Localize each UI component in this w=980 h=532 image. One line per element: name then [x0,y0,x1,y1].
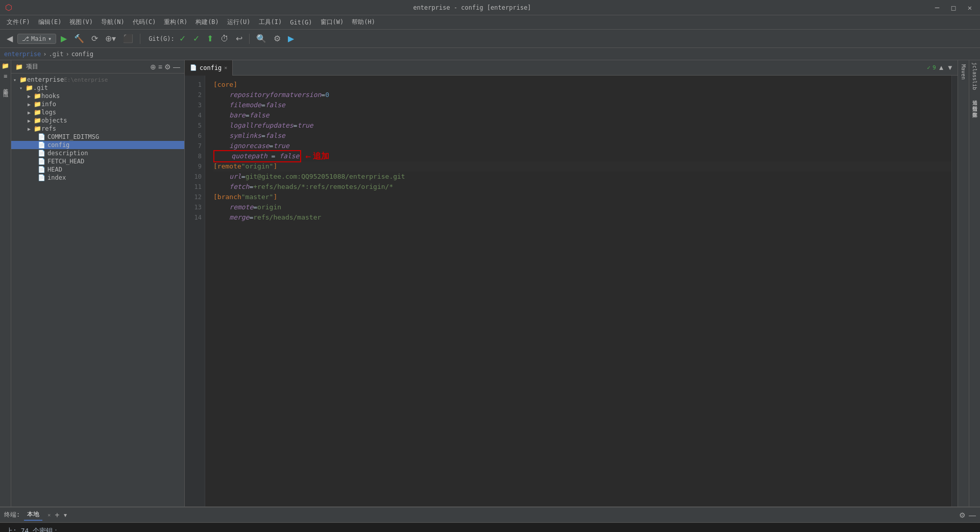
file-panel: 📁 项目 ⊕ ≡ ⚙ — ▾ 📁 enterprise E:\enterpris… [11,60,185,506]
stop-button[interactable]: ⬛ [120,32,136,45]
code-line-13: remote = origin [213,202,951,212]
database-label[interactable]: 数据库 [970,106,979,110]
file-panel-header: 📁 项目 ⊕ ≡ ⚙ — [11,60,184,74]
tab-close-local[interactable]: ✕ [47,512,51,518]
git-history-button[interactable]: ⏱ [218,33,231,45]
config-icon: 📄 [38,141,45,149]
code-line-9: [remote "origin"] [213,161,951,172]
build-button[interactable]: 🔨 [71,32,87,45]
breadcrumb-sep2: › [65,51,69,58]
terminal-settings-button[interactable]: ⚙ [959,511,966,519]
menu-git[interactable]: Git(G) [286,18,316,27]
editor-minimap [951,76,958,506]
breadcrumb-enterprise[interactable]: enterprise [4,51,41,58]
toolbar-separator2 [249,34,250,44]
tree-item-root[interactable]: ▾ 📁 enterprise E:\enterprise [11,76,184,84]
menu-window[interactable]: 窗口(W) [316,17,348,28]
menu-refactor[interactable]: 重构(R) [160,17,191,28]
terminal-dropdown-button[interactable]: ▾ [64,512,67,519]
branch-selector[interactable]: ⎇ Main ▾ [17,34,56,44]
terminal-tab-local[interactable]: 本地 [24,509,42,521]
tree-item-description[interactable]: ▶ 📄 description [11,149,184,157]
tree-item-refs[interactable]: ▶ 📁 refs [11,125,184,133]
close-button[interactable]: ✕ [965,4,975,12]
tree-item-objects[interactable]: ▶ 📁 objects [11,116,184,125]
menu-build[interactable]: 构建(B) [191,17,223,28]
menu-file[interactable]: 文件(F) [3,17,34,28]
tree-item-commit-editmsg[interactable]: ▶ 📄 COMMIT_EDITMSG [11,133,184,141]
sync-button[interactable]: ⟳ [89,32,101,45]
tree-item-fetch-head[interactable]: ▶ 📄 FETCH_HEAD [11,157,184,165]
run-guide-label[interactable]: 运行指引 [970,100,979,104]
tree-item-index[interactable]: ▶ 📄 index [11,174,184,182]
structure-icon[interactable]: ≡ [4,72,7,80]
terminal-content: 上: 74 个密钥： PS E:\enterprise> git status … [0,523,980,532]
back-button[interactable]: ◀ [4,32,15,45]
tree-item-logs[interactable]: ▶ 📁 logs [11,108,184,116]
fetch-head-icon: 📄 [38,158,45,165]
settings-button[interactable]: ⚙ [271,32,283,45]
collapse-all-button[interactable]: ≡ [158,63,162,71]
tab-config[interactable]: 📄 config ✕ [185,60,233,76]
toolbar: ◀ ⎇ Main ▾ ▶ 🔨 ⟳ ⊕▾ ⬛ Git(G): ✓ ✓ ⬆ ⏱ ↩ … [0,30,980,48]
menu-code[interactable]: 代码(C) [129,17,160,28]
branch-icon: ⎇ [22,35,29,42]
check-count: 9 [933,64,936,71]
code-content[interactable]: [core] repositoryformatversion = 0 filem… [205,76,951,506]
git-revert-button[interactable]: ↩ [233,32,245,45]
menu-help[interactable]: 帮助(H) [348,17,379,28]
objects-folder-icon: 📁 [34,117,41,124]
tab-config-label: config [200,64,222,71]
hooks-label: hooks [41,92,60,100]
code-line-14: merge = refs/heads/master [213,212,951,223]
panel-settings-button[interactable]: ⚙ [164,63,171,71]
minimize-button[interactable]: ─ [932,4,942,12]
git-tick-button[interactable]: ✓ [190,32,202,45]
menu-tools[interactable]: 工具(I) [255,17,286,28]
menu-view[interactable]: 视图(V) [65,17,97,28]
run-button[interactable]: ▶ [58,32,69,45]
terminal-label: 终端: [4,511,20,519]
tree-item-hooks[interactable]: ▶ 📁 hooks [11,92,184,100]
menu-nav[interactable]: 导航(N) [97,17,129,28]
breadcrumb-git[interactable]: .git [48,51,63,58]
menu-run[interactable]: 运行(U) [223,17,255,28]
panel-close-button[interactable]: — [173,63,180,71]
notification-label[interactable]: 通知 [970,94,979,98]
breadcrumb-config[interactable]: config [71,51,93,58]
project-icon[interactable]: 📁 [2,62,9,69]
breadcrumb-sep1: › [43,51,46,58]
objects-label: objects [41,117,67,124]
code-line-5: logallrefupdates = true [213,120,951,131]
tab-close-icon[interactable]: ✕ [224,65,227,70]
new-terminal-button[interactable]: + [55,511,59,520]
menu-edit[interactable]: 编辑(E) [34,17,66,28]
code-line-6: symlinks = false [213,131,951,141]
more-button[interactable]: ⊕▾ [103,32,118,45]
tree-item-git[interactable]: ▾ 📁 .git [11,84,184,92]
right-panel: Maven [958,60,969,506]
git-push-button[interactable]: ⬆ [204,32,216,45]
code-line-4: bare = false [213,110,951,120]
tree-item-config[interactable]: ▶ 📄 config [11,141,184,149]
editor-scroll-down[interactable]: ▼ [947,64,953,71]
tree-item-head[interactable]: ▶ 📄 HEAD [11,165,184,174]
tree-item-info[interactable]: ▶ 📁 info [11,100,184,108]
terminal-minimize-button[interactable]: — [969,511,976,519]
code-editor[interactable]: 1 2 3 4 5 6 7 8 9 10 11 12 13 14 [core] [185,76,958,506]
term-line-keys: 上: 74 个密钥： [6,526,974,532]
git-check-button[interactable]: ✓ [177,32,188,45]
code-line-11: fetch = +refs/heads/*:refs/remotes/origi… [213,182,951,192]
search-button[interactable]: 🔍 [254,32,269,45]
editor-scroll-up[interactable]: ▲ [938,64,945,71]
new-file-button[interactable]: ⊕ [150,63,156,71]
maven-icon[interactable]: Maven [960,62,967,82]
jclasslib-label[interactable]: jclasslib [971,60,978,92]
dropdown-group: ⊕▾ [103,32,118,45]
tab-config-icon: 📄 [190,64,197,71]
terminal-area: 终端: 本地 ✕ + ▾ ⚙ — 上: 74 个密钥： PS E:\enterp… [0,506,980,532]
logs-label: logs [41,109,56,116]
maximize-button[interactable]: □ [948,4,959,12]
file-panel-folder-icon: 📁 [15,63,23,70]
notifications-button[interactable]: ▶ [285,32,297,45]
